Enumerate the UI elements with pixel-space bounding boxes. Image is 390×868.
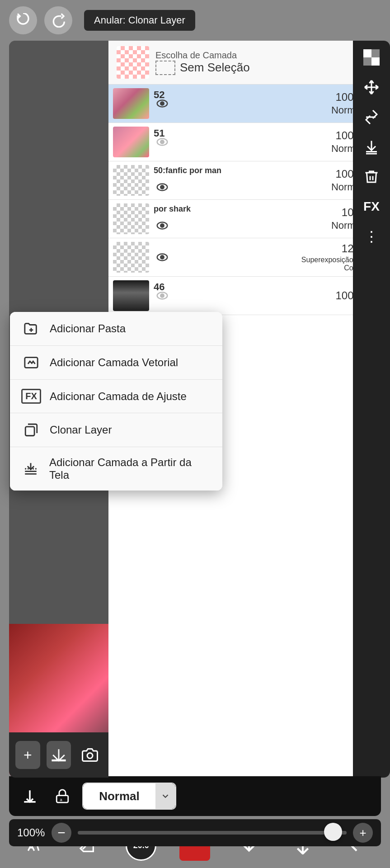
svg-rect-21 [25, 427, 34, 436]
menu-item-add-folder[interactable]: Adicionar Pasta [10, 312, 222, 346]
blend-mode-bar: a Normal [9, 776, 381, 816]
selection-rect [155, 61, 175, 75]
blend-down-icon[interactable] [17, 783, 42, 809]
menu-label-add-canvas: Adicionar Camada a Partir da Tela [49, 456, 210, 481]
menu-item-add-canvas[interactable]: Adicionar Camada a Partir da Tela [10, 447, 222, 491]
layer-row[interactable]: 12% Superexposição de Cores ≡ [108, 238, 381, 277]
layer-eye-49[interactable] [154, 217, 171, 234]
layer-thumbnail-52 [113, 88, 149, 119]
zoom-percent: 100% [17, 826, 45, 839]
flip-button[interactable] [358, 105, 385, 129]
context-menu: Adicionar Pasta Adicionar Camada Vetoria… [10, 312, 222, 491]
svg-point-11 [160, 294, 164, 297]
folder-icon [23, 321, 40, 336]
svg-point-9 [160, 255, 164, 259]
camada-info: Escolha de Camada Sem Seleção [155, 50, 373, 75]
alpha-lock-button[interactable]: a [50, 783, 75, 809]
fx-adjust-icon: FX [23, 389, 40, 404]
delete-button[interactable] [358, 165, 385, 189]
layer-eye-50[interactable] [154, 179, 171, 196]
menu-item-add-adjust[interactable]: FX Adicionar Camada de Ajuste [10, 380, 222, 413]
svg-text:a: a [60, 797, 62, 802]
layer-action-bar: + [9, 732, 108, 778]
layer-row[interactable]: 46 100% ≡ [108, 277, 381, 315]
menu-label-add-adjust: Adicionar Camada de Ajuste [50, 390, 187, 403]
more-icon: ⋮ [364, 228, 379, 245]
svg-point-5 [160, 185, 164, 189]
fx-button[interactable]: FX [358, 194, 385, 219]
layer-blend-47: Superexposição de Cores [291, 256, 363, 272]
svg-rect-28 [56, 796, 68, 803]
flatten-button[interactable] [358, 135, 385, 159]
tooltip: Anular: Clonar Layer [84, 10, 195, 31]
sem-selecao-row: Sem Seleção [155, 61, 373, 75]
menu-label-clone: Clonar Layer [50, 424, 112, 436]
svg-rect-25 [52, 760, 66, 761]
layer-thumbnail-51 [113, 127, 149, 157]
svg-rect-15 [371, 57, 380, 66]
zoom-thumb[interactable] [324, 823, 342, 841]
checkerboard-button[interactable] [358, 45, 385, 70]
tooltip-text: Anular: Clonar Layer [94, 14, 185, 26]
fx-label: FX [363, 199, 380, 214]
clone-icon [23, 422, 40, 438]
layer-thumbnail-49 [113, 203, 149, 234]
menu-label-add-folder: Adicionar Pasta [50, 322, 126, 335]
layer-number-49: por shark [154, 204, 191, 214]
svg-rect-13 [371, 49, 380, 57]
zoom-minus-button[interactable]: − [52, 823, 71, 843]
svg-rect-14 [363, 57, 371, 66]
zoom-plus-button[interactable]: + [353, 823, 373, 843]
blend-mode-label: Normal [83, 783, 155, 809]
move-button[interactable] [358, 75, 385, 99]
top-bar: Anular: Clonar Layer [0, 0, 390, 41]
layer-thumbnail-47 [113, 242, 149, 273]
camada-title: Escolha de Camada [155, 50, 373, 61]
blend-mode-expand[interactable] [155, 783, 175, 809]
import-layer-button[interactable] [47, 741, 71, 769]
more-button[interactable]: ⋮ [358, 224, 385, 249]
svg-rect-12 [363, 49, 371, 57]
svg-point-1 [160, 102, 164, 105]
camera-button[interactable] [77, 741, 102, 769]
blend-mode-selector[interactable]: Normal [82, 783, 176, 810]
layer-info-47: 12% Superexposição de Cores [291, 242, 363, 272]
layer-number-46: 46 [154, 281, 164, 293]
layer-row[interactable]: 51 100% Normal ≡ [108, 123, 381, 161]
zoom-bar: 100% − + [9, 819, 381, 846]
layer-row[interactable]: 50:fanfic por man 100% Normal ≡ [108, 161, 381, 200]
vector-icon [23, 355, 40, 370]
layer-row[interactable]: por shark 10% Normal ≡ [108, 200, 381, 238]
zoom-track[interactable] [78, 831, 347, 835]
svg-point-26 [87, 753, 93, 759]
layer-eye-47[interactable] [154, 249, 171, 266]
menu-item-add-vector[interactable]: Adicionar Camada Vetorial [10, 346, 222, 380]
layer-number-52: 52 [154, 89, 164, 101]
layer-number-51: 51 [154, 127, 164, 139]
menu-item-clone[interactable]: Clonar Layer [10, 413, 222, 447]
canvas-icon [23, 461, 39, 476]
undo-button[interactable] [9, 6, 37, 34]
layer-thumbnail-50 [113, 165, 149, 196]
layer-thumbnail-46 [113, 280, 149, 311]
redo-button[interactable] [44, 6, 72, 34]
camada-header-row: Escolha de Camada Sem Seleção [108, 41, 381, 85]
layer-row[interactable]: 52 100% Normal ≡ [108, 85, 381, 123]
svg-point-3 [160, 140, 164, 144]
sem-selecao-text: Sem Seleção [180, 61, 250, 75]
svg-point-7 [160, 224, 164, 227]
layer-number-50: 50:fanfic por man [154, 166, 221, 175]
add-layer-button[interactable]: + [15, 741, 40, 769]
camada-thumb [117, 46, 149, 79]
right-toolbar: FX ⋮ [353, 41, 390, 778]
menu-label-add-vector: Adicionar Camada Vetorial [50, 356, 178, 369]
